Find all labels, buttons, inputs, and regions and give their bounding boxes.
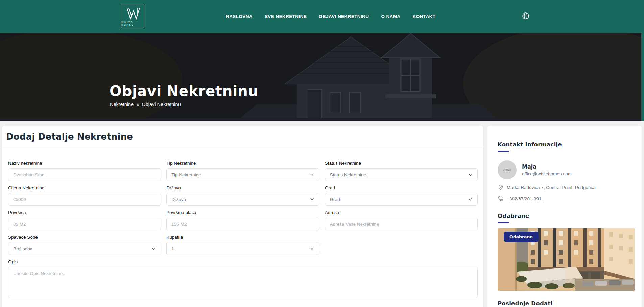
- agent-email-link[interactable]: office@whitehomes.com: [522, 171, 572, 176]
- status-nekretnine-field: Status Nekretnine Status Nekretnine: [325, 161, 478, 181]
- naziv-nekretnine-field: Naziv nekretnine: [8, 161, 161, 181]
- kupatila-field: Kupatila 1: [166, 235, 319, 255]
- opis-textarea[interactable]: [8, 267, 478, 298]
- povrsina-placa-input[interactable]: [166, 218, 319, 230]
- naziv-nekretnine-label: Naziv nekretnine: [8, 161, 161, 166]
- agent-phone-row: +382/67/201-391: [498, 196, 635, 202]
- povrsina-field: Površina: [8, 210, 161, 230]
- naziv-nekretnine-input[interactable]: [8, 168, 161, 181]
- agent-address-row: Marka Radovića 7, Central Point, Podgori…: [498, 184, 635, 190]
- form-title: Dodaj Detalje Nekretnine: [6, 132, 483, 142]
- adresa-input[interactable]: [325, 218, 478, 230]
- cijena-nekretnine-field: Cijena Nekretnine: [8, 185, 161, 206]
- breadcrumb-current: Objavi Nekretninu: [142, 102, 181, 107]
- top-navbar: WHITE HOMES NASLOVNA SVE NEKRETNINE OBJA…: [0, 0, 644, 33]
- adresa-field: Adresa: [325, 210, 478, 230]
- featured-badge: Odabrane: [504, 232, 539, 242]
- phone-icon: [498, 196, 504, 202]
- opis-field: Opis: [8, 259, 478, 299]
- title-underline: [498, 151, 509, 152]
- agent-avatar: 70x70: [498, 160, 517, 179]
- grad-field: Grad Grad: [325, 185, 478, 206]
- hero-right-accent-strip: [641, 33, 644, 121]
- cijena-nekretnine-label: Cijena Nekretnine: [8, 185, 161, 190]
- chevron-down-icon: [310, 197, 314, 202]
- hero-house-illustration: [0, 33, 644, 121]
- povrsina-placa-field: Površina placa: [166, 210, 319, 230]
- chevron-down-icon: [151, 246, 156, 251]
- sidebar: Kontakt Informacije 70x70 Maja office@wh…: [487, 126, 642, 307]
- breadcrumb: Nekretnine » Objavi Nekretninu: [110, 101, 181, 107]
- opis-label: Opis: [8, 259, 478, 264]
- grad-label: Grad: [325, 185, 478, 190]
- property-form: Naziv nekretnine Tip Nekretnine Tip Nekr…: [2, 147, 483, 304]
- tip-nekretnine-label: Tip Nekretnine: [166, 161, 319, 166]
- agent-phone-link[interactable]: +382/67/201-391: [507, 196, 541, 201]
- hero-banner: Objavi Nekretninu Nekretnine » Objavi Ne…: [0, 33, 644, 121]
- tip-nekretnine-field: Tip Nekretnine Tip Nekretnine: [166, 161, 319, 181]
- agent-card: 70x70 Maja office@whitehomes.com: [498, 160, 635, 179]
- status-nekretnine-label: Status Nekretnine: [325, 161, 478, 166]
- brand-logo[interactable]: WHITE HOMES: [121, 5, 144, 28]
- nav-item-o-nama[interactable]: O NAMA: [381, 14, 400, 19]
- brand-logo-text: WHITE HOMES: [121, 21, 144, 26]
- tip-nekretnine-value: Tip Nekretnine: [171, 172, 201, 177]
- nav-item-sve-nekretnine[interactable]: SVE NEKRETNINE: [265, 14, 307, 19]
- nav-item-naslovna[interactable]: NASLOVNA: [226, 14, 253, 19]
- chevron-down-icon: [468, 197, 473, 202]
- page-title: Objavi Nekretninu: [110, 83, 258, 99]
- breadcrumb-separator-icon: »: [137, 101, 139, 107]
- adresa-label: Adresa: [325, 210, 478, 215]
- spavace-sobe-label: Spavaće Sobe: [8, 235, 161, 240]
- grad-value: Grad: [330, 197, 340, 202]
- povrsina-label: Površina: [8, 210, 161, 215]
- spavace-sobe-select[interactable]: Broj soba: [8, 242, 161, 255]
- contact-info-title: Kontakt Informacije: [498, 141, 635, 148]
- chevron-down-icon: [468, 172, 473, 177]
- property-form-card: Dodaj Detalje Nekretnine Naziv nekretnin…: [2, 126, 483, 307]
- agent-name: Maja: [522, 163, 572, 170]
- agent-address: Marka Radovića 7, Central Point, Podgori…: [507, 185, 596, 190]
- kupatila-label: Kupatila: [166, 235, 319, 240]
- location-pin-icon: [498, 184, 504, 190]
- chevron-down-icon: [310, 172, 314, 177]
- white-homes-monogram-icon: [124, 7, 142, 20]
- nav-item-objavi-nekretninu[interactable]: OBJAVI NEKRETNINU: [319, 14, 369, 19]
- povrsina-input[interactable]: [8, 218, 161, 230]
- language-globe-icon[interactable]: [522, 12, 530, 20]
- featured-section-title: Odabrane: [498, 213, 635, 219]
- kupatila-value: 1: [171, 246, 174, 251]
- cijena-nekretnine-input[interactable]: [8, 193, 161, 206]
- chevron-down-icon: [310, 246, 314, 251]
- latest-section-title: Poslednje Dodati: [498, 300, 635, 307]
- kupatila-select[interactable]: 1: [166, 242, 319, 255]
- spavace-sobe-value: Broj soba: [13, 246, 32, 251]
- title-underline: [498, 222, 509, 223]
- nav-item-kontakt[interactable]: KONTAKT: [413, 14, 436, 19]
- spavace-sobe-field: Spavaće Sobe Broj soba: [8, 235, 161, 255]
- main-nav: NASLOVNA SVE NEKRETNINE OBJAVI NEKRETNIN…: [226, 0, 435, 33]
- drzava-field: Država Država: [166, 185, 319, 206]
- tip-nekretnine-select[interactable]: Tip Nekretnine: [166, 168, 319, 181]
- grad-select[interactable]: Grad: [325, 193, 478, 206]
- breadcrumb-parent-link[interactable]: Nekretnine: [110, 102, 134, 107]
- povrsina-placa-label: Površina placa: [166, 210, 319, 215]
- status-nekretnine-value: Status Nekretnine: [330, 172, 366, 177]
- drzava-value: Država: [171, 197, 186, 202]
- agent-info: Maja office@whitehomes.com: [522, 163, 572, 176]
- drzava-select[interactable]: Država: [166, 193, 319, 206]
- grid-spacer: [325, 235, 478, 255]
- drzava-label: Država: [166, 185, 319, 190]
- status-nekretnine-select[interactable]: Status Nekretnine: [325, 168, 478, 181]
- featured-property-card[interactable]: Odabrane: [498, 228, 635, 291]
